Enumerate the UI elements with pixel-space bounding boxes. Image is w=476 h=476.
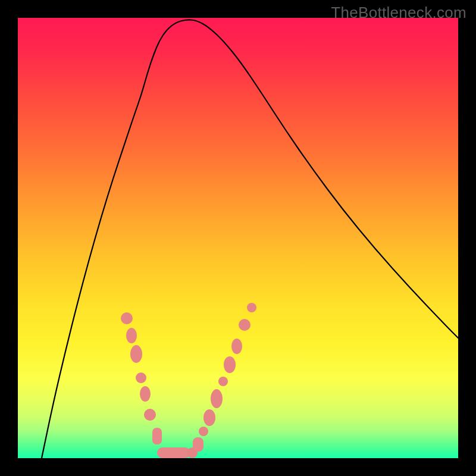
curve-marker xyxy=(211,389,223,408)
curve-marker xyxy=(152,428,162,444)
curve-marker xyxy=(130,345,142,363)
curve-marker xyxy=(203,409,215,426)
curve-marker xyxy=(136,372,146,383)
curve-marker xyxy=(231,339,242,354)
curve-marker xyxy=(144,409,156,421)
chart-frame: TheBottleneck.com xyxy=(0,0,476,476)
curve-marker xyxy=(126,328,137,343)
bottleneck-curve xyxy=(42,20,458,458)
curve-marker xyxy=(140,386,151,402)
curve-marker xyxy=(193,437,203,452)
curve-marker xyxy=(239,319,250,331)
curve-marker xyxy=(157,447,190,458)
curve-marker xyxy=(199,427,208,436)
marker-layer xyxy=(121,303,256,458)
curve-marker xyxy=(121,312,133,324)
curve-marker xyxy=(218,377,228,386)
curve-svg xyxy=(18,18,458,458)
watermark-text: TheBottleneck.com xyxy=(331,4,466,22)
curve-marker xyxy=(224,356,236,373)
plot-area xyxy=(18,18,458,458)
curve-marker xyxy=(247,303,256,312)
